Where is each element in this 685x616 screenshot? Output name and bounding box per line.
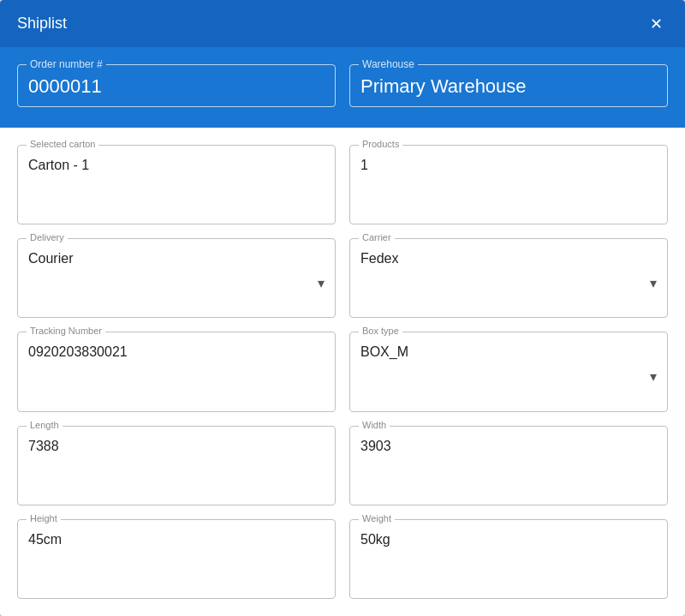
selected-carton-value: Carton - 1 <box>28 158 325 178</box>
box-type-label: Box type <box>359 326 402 336</box>
weight-value: 50kg <box>360 532 657 553</box>
carrier-value: Fedex <box>360 251 636 272</box>
warehouse-value: Primary Warehouse <box>360 75 657 98</box>
box-type-value: BOX_M <box>360 344 636 365</box>
products-value: 1 <box>360 158 657 178</box>
length-field[interactable]: Length 7388 <box>17 426 336 505</box>
carrier-label: Carrier <box>359 232 395 242</box>
carrier-chevron-icon: ▾ <box>650 275 657 291</box>
close-button[interactable]: ✕ <box>645 15 668 33</box>
delivery-chevron-icon: ▾ <box>318 275 325 291</box>
tracking-number-field[interactable]: Tracking Number 0920203830021 <box>17 332 336 411</box>
length-value: 7388 <box>28 439 325 459</box>
carrier-field[interactable]: Carrier Fedex ▾ <box>349 238 668 318</box>
tracking-number-label: Tracking Number <box>27 326 105 336</box>
width-field[interactable]: Width 3903 <box>349 426 668 505</box>
shiplist-modal: Shiplist ✕ Order number # 0000011 Wareho… <box>0 0 685 616</box>
order-number-field: Order number # 0000011 <box>17 64 336 107</box>
height-label: Height <box>27 513 61 523</box>
modal-header: Shiplist ✕ <box>0 0 685 47</box>
warehouse-field: Warehouse Primary Warehouse <box>349 64 668 107</box>
box-type-chevron-icon: ▾ <box>650 368 657 385</box>
weight-label: Weight <box>359 513 395 523</box>
selected-carton-label: Selected carton <box>27 139 98 149</box>
products-label: Products <box>359 139 402 149</box>
height-value: 45cm <box>28 532 325 553</box>
box-type-field[interactable]: Box type BOX_M ▾ <box>349 332 668 411</box>
weight-field[interactable]: Weight 50kg <box>349 519 668 599</box>
height-field[interactable]: Height 45cm <box>17 519 336 599</box>
tracking-number-value: 0920203830021 <box>28 344 325 365</box>
selected-carton-field[interactable]: Selected carton Carton - 1 <box>17 145 336 224</box>
delivery-field[interactable]: Delivery Courier ▾ <box>17 238 336 318</box>
warehouse-label: Warehouse <box>359 58 418 70</box>
delivery-value: Courier <box>28 251 304 272</box>
order-number-label: Order number # <box>27 58 106 70</box>
width-label: Width <box>359 420 390 430</box>
main-content: Selected carton Carton - 1 Products 1 De… <box>0 128 685 616</box>
width-value: 3903 <box>360 439 657 459</box>
products-field[interactable]: Products 1 <box>349 145 668 224</box>
delivery-label: Delivery <box>27 232 68 242</box>
top-fields-section: Order number # 0000011 Warehouse Primary… <box>0 47 685 128</box>
length-label: Length <box>27 420 63 430</box>
modal-title: Shiplist <box>17 15 67 33</box>
order-number-value: 0000011 <box>28 75 325 98</box>
